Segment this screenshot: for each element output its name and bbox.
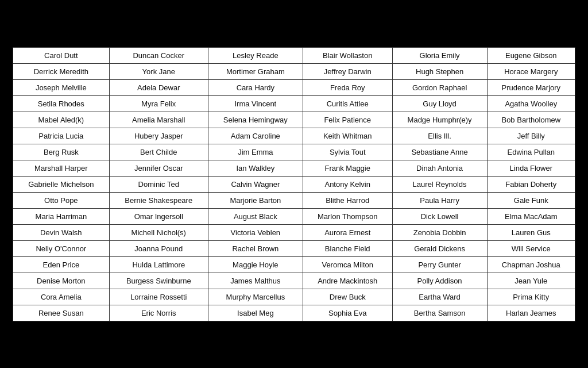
table-cell: Madge Humphr(e)y [392, 112, 487, 128]
table-row: Otto PopeBernie ShakespeareMarjorie Bart… [13, 192, 575, 208]
table-cell: Sebastiane Anne [392, 144, 487, 160]
table-cell: Lauren Gus [487, 224, 575, 240]
table-row: Gabrielle MichelsonDominic TedCalvin Wag… [13, 176, 575, 192]
table-cell: Maggie Hoyle [208, 256, 303, 273]
table-row: Devin WalshMichell Nichol(s)Victoria Veb… [13, 224, 575, 240]
table-cell: Sylvia Tout [303, 144, 392, 160]
table-cell: Amelia Marshall [109, 112, 208, 128]
table-cell: James Malthus [208, 273, 303, 289]
table-cell: Rachel Brown [208, 240, 303, 256]
table-cell: Victoria Veblen [208, 224, 303, 240]
table-cell: Fabian Doherty [487, 176, 575, 192]
table-cell: Gordon Raphael [392, 79, 487, 95]
table-cell: Selena Hemingway [208, 112, 303, 128]
table-row: Eden PriceHulda LattimoreMaggie HoyleVer… [13, 256, 575, 273]
table-cell: Edwina Pullan [487, 144, 575, 160]
table-cell: Chapman Joshua [487, 256, 575, 273]
table-cell: Marjorie Barton [208, 192, 303, 208]
table-cell: Marlon Thompson [303, 208, 392, 224]
table-cell: Antony Kelvin [303, 176, 392, 192]
table-row: Berg RuskBert ChildeJim EmmaSylvia ToutS… [13, 144, 575, 160]
table-cell: Adam Caroline [208, 128, 303, 144]
table-cell: Harlan Jeames [487, 305, 575, 321]
table-cell: Freda Roy [303, 79, 392, 95]
table-cell: Denise Morton [13, 273, 110, 289]
table-cell: Cara Hardy [208, 79, 303, 95]
table-row: Setila RhodesMyra FelixIrma VincentCurit… [13, 95, 575, 112]
table-cell: Mortimer Graham [208, 63, 303, 79]
table-cell: Gloria Emily [392, 47, 487, 63]
table-cell: Drew Buck [303, 289, 392, 305]
table-cell: Jennifer Oscar [109, 160, 208, 176]
table-cell: Blair Wollaston [303, 47, 392, 63]
table-cell: Laurel Reynolds [392, 176, 487, 192]
table-cell: Will Service [487, 240, 575, 256]
table-cell: Isabel Meg [208, 305, 303, 321]
table-cell: Setila Rhodes [13, 95, 110, 112]
table-cell: Agatha Woolley [487, 95, 575, 112]
table-cell: Felix Patience [303, 112, 392, 128]
table-cell: Bob Bartholomew [487, 112, 575, 128]
table-cell: Andre Mackintosh [303, 273, 392, 289]
table-cell: Myra Felix [109, 95, 208, 112]
table-cell: Irma Vincent [208, 95, 303, 112]
table-cell: Horace Margery [487, 63, 575, 79]
table-cell: Michell Nichol(s) [109, 224, 208, 240]
table-cell: Adela Dewar [109, 79, 208, 95]
table-cell: Marshall Harper [13, 160, 110, 176]
table-row: Cora AmeliaLorraine RossettiMurphy Marce… [13, 289, 575, 305]
table-cell: August Black [208, 208, 303, 224]
table-cell: Derrick Meredith [13, 63, 110, 79]
table-cell: Gerald Dickens [392, 240, 487, 256]
table-cell: Zenobia Dobbin [392, 224, 487, 240]
table-cell: Renee Susan [13, 305, 110, 321]
table-cell: Eugene Gibson [487, 47, 575, 63]
table-cell: Omar Ingersoll [109, 208, 208, 224]
table-cell: Keith Whitman [303, 128, 392, 144]
table-cell: Guy Lloyd [392, 95, 487, 112]
table-cell: Paula Harry [392, 192, 487, 208]
table-cell: Aurora Ernest [303, 224, 392, 240]
table-cell: Duncan Cocker [109, 47, 208, 63]
table-cell: Dinah Antonia [392, 160, 487, 176]
table-cell: Burgess Swinburne [109, 273, 208, 289]
table-cell: Dick Lowell [392, 208, 487, 224]
table-cell: Blithe Harrod [303, 192, 392, 208]
table-cell: Blanche Field [303, 240, 392, 256]
table-cell: Perry Gunter [392, 256, 487, 273]
table-cell: Nelly O'Connor [13, 240, 110, 256]
table-cell: Joanna Pound [109, 240, 208, 256]
table-cell: Frank Maggie [303, 160, 392, 176]
table-row: Marshall HarperJennifer OscarIan Walkley… [13, 160, 575, 176]
table-cell: Bert Childe [109, 144, 208, 160]
table-cell: Cora Amelia [13, 289, 110, 305]
table-cell: Gabrielle Michelson [13, 176, 110, 192]
table-cell: Otto Pope [13, 192, 110, 208]
table-cell: Hugh Stephen [392, 63, 487, 79]
table-cell: Eden Price [13, 256, 110, 273]
table-cell: Prima Kitty [487, 289, 575, 305]
table-cell: Lorraine Rossetti [109, 289, 208, 305]
table-cell: Sophia Eva [303, 305, 392, 321]
table-cell: Lesley Reade [208, 47, 303, 63]
table-cell: Jeff Billy [487, 128, 575, 144]
table-cell: Mabel Aled(k) [13, 112, 110, 128]
table-cell: Prudence Marjory [487, 79, 575, 95]
table-row: Maria HarrimanOmar IngersollAugust Black… [13, 208, 575, 224]
table-cell: Eartha Ward [392, 289, 487, 305]
table-cell: Elma MacAdam [487, 208, 575, 224]
table-cell: Murphy Marcellus [208, 289, 303, 305]
table-row: Denise MortonBurgess SwinburneJames Malt… [13, 273, 575, 289]
table-cell: Maria Harriman [13, 208, 110, 224]
table-cell: Bernie Shakespeare [109, 192, 208, 208]
table-cell: Hubery Jasper [109, 128, 208, 144]
table-cell: Jim Emma [208, 144, 303, 160]
names-table: Carol DuttDuncan CockerLesley ReadeBlair… [13, 47, 575, 321]
table-cell: York Jane [109, 63, 208, 79]
table-row: Mabel Aled(k)Amelia MarshallSelena Hemin… [13, 112, 575, 128]
table-cell: Joseph Melville [13, 79, 110, 95]
table-row: Carol DuttDuncan CockerLesley ReadeBlair… [13, 47, 575, 63]
table-cell: Ian Walkley [208, 160, 303, 176]
table-row: Nelly O'ConnorJoanna PoundRachel BrownBl… [13, 240, 575, 256]
table-row: Derrick MeredithYork JaneMortimer Graham… [13, 63, 575, 79]
